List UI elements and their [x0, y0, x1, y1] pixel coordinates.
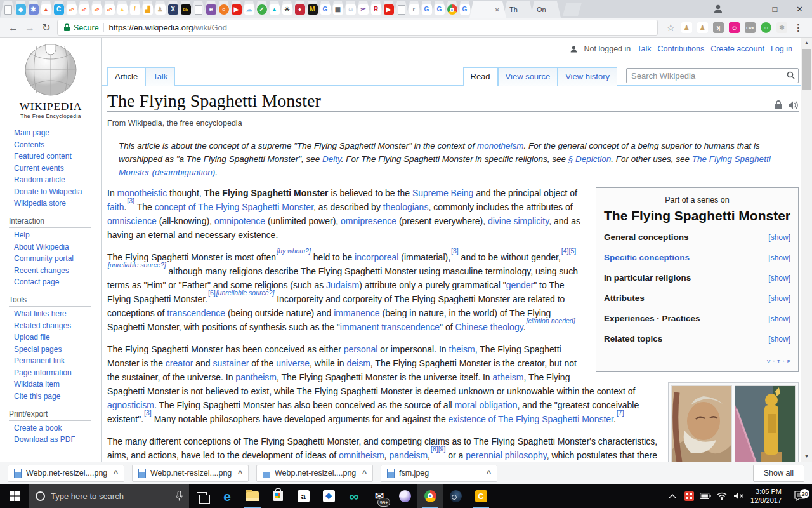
mail-icon[interactable]: ✉99+	[367, 484, 392, 508]
sidebar-item-wikipedia-store[interactable]: Wikipedia store	[14, 199, 102, 208]
sidebar-item-what-links-here[interactable]: What links here	[14, 309, 102, 318]
browser-menu-icon[interactable]: ⋮	[794, 22, 803, 34]
sidebar-item-recent-changes[interactable]: Recent changes	[14, 266, 102, 275]
wiki-link[interactable]: perennial philosophy	[466, 450, 546, 460]
inline-cleanup-tag-link[interactable]: [by whom?]	[277, 247, 311, 255]
edge-icon[interactable]: e	[214, 484, 240, 508]
wiki-link[interactable]: immanent transcendence	[340, 322, 440, 332]
crx-extension-icon[interactable]: CRX	[745, 22, 756, 33]
browser-tab[interactable]: Th	[503, 1, 534, 18]
microphone-icon[interactable]	[176, 491, 183, 501]
back-button[interactable]: ←	[5, 22, 22, 34]
series-section-label[interactable]: Attributes	[604, 291, 645, 305]
cemu-icon[interactable]: C	[468, 484, 494, 508]
show-toggle[interactable]: [show]	[768, 332, 790, 346]
show-toggle[interactable]: [show]	[768, 251, 790, 265]
god-creation-image[interactable]	[671, 385, 732, 462]
reference-link[interactable]: [3]	[127, 197, 134, 204]
sidebar-item-random-article[interactable]: Random article	[14, 175, 102, 184]
forward-button[interactable]: →	[22, 22, 38, 34]
wiki-link[interactable]: atheism	[493, 372, 524, 382]
avatar-extension-icon[interactable]: ☺	[729, 22, 740, 33]
vte-links[interactable]: v · t · e	[604, 354, 790, 368]
inline-cleanup-tag-link[interactable]: [unreliable source?]	[108, 261, 166, 269]
minimize-button[interactable]: —	[738, 0, 763, 18]
tab-article[interactable]: Article	[107, 67, 145, 86]
taskbar-search-box[interactable]: Type here to search	[29, 484, 189, 508]
wiki-link[interactable]: omniscience	[107, 216, 157, 226]
show-toggle[interactable]: [show]	[768, 291, 790, 305]
download-menu-caret[interactable]: ^	[114, 469, 118, 478]
file-explorer-icon[interactable]	[240, 484, 265, 508]
sidebar-item-special-pages[interactable]: Special pages	[14, 345, 102, 354]
wiki-link[interactable]: divine simplicity	[488, 216, 549, 226]
sidebar-item-download-as-pdf[interactable]: Download as PDF	[14, 435, 102, 444]
sidebar-item-contents[interactable]: Contents	[14, 140, 102, 149]
wiki-link[interactable]: Deity	[322, 154, 341, 164]
show-toggle[interactable]: [show]	[768, 271, 790, 285]
wiki-link[interactable]: § Depiction	[568, 154, 612, 164]
wiki-link[interactable]: faith	[107, 202, 124, 212]
wiki-link[interactable]: pantheism	[235, 372, 277, 382]
scroll-down-arrow[interactable]: ▼	[801, 451, 812, 462]
reference-link[interactable]: [4][5]	[561, 247, 576, 255]
sidebar-item-community-portal[interactable]: Community portal	[14, 254, 102, 263]
reload-button[interactable]: ↻	[38, 22, 55, 34]
k-extension-icon[interactable]: ʞ	[713, 22, 724, 33]
scroll-up-arrow[interactable]: ▲	[801, 38, 812, 48]
amazon-icon[interactable]: a	[291, 484, 316, 508]
wiki-link[interactable]: sustainer	[213, 358, 249, 368]
store-icon[interactable]	[265, 484, 291, 508]
personal-link[interactable]: Create account	[710, 44, 764, 53]
personal-link[interactable]: Talk	[637, 44, 651, 53]
sidebar-item-permanent-link[interactable]: Permanent link	[14, 356, 102, 365]
wiki-search-input[interactable]	[626, 68, 799, 83]
wiki-link[interactable]: concept of The Flying Spaghetti Monster	[155, 202, 313, 212]
series-section-label[interactable]: Specific conceptions	[604, 251, 690, 265]
wiki-link[interactable]: transcendence	[167, 308, 225, 318]
battery-icon[interactable]	[697, 493, 714, 499]
gnome-extension-icon[interactable]: ♟	[697, 22, 708, 33]
page-scrollbar[interactable]: ▲ ▼	[801, 38, 812, 462]
wiki-link[interactable]: moral obligation	[455, 400, 518, 410]
wiki-link[interactable]: existence of The Flying Spaghetti Monste…	[449, 414, 613, 424]
address-bar[interactable]: Secure https://en.wikipedia.org /wiki/Go…	[57, 20, 658, 36]
scroll-thumb[interactable]	[802, 49, 811, 90]
wiki-link[interactable]: immanence	[334, 308, 379, 318]
reference-link[interactable]: [3]	[144, 409, 152, 417]
series-section-label[interactable]: Experiences · Practices	[604, 312, 700, 326]
sidebar-item-wikidata-item[interactable]: Wikidata item	[14, 380, 102, 389]
sidebar-item-page-information[interactable]: Page information	[14, 368, 102, 377]
reference-link[interactable]: [8][9]	[431, 445, 445, 453]
maximize-button[interactable]: □	[763, 0, 787, 18]
download-menu-caret[interactable]: ^	[362, 469, 367, 478]
download-item[interactable]: Webp.net-resizei....png^	[8, 465, 124, 482]
download-menu-caret[interactable]: ^	[487, 469, 491, 478]
taskbar-clock[interactable]: 3:05 PM 12/8/2017	[747, 487, 787, 505]
deity-image-collage[interactable]	[668, 382, 799, 462]
sidebar-item-create-a-book[interactable]: Create a book	[14, 424, 102, 432]
wiki-link[interactable]: monotheism	[477, 141, 524, 150]
series-section-label[interactable]: General conceptions	[604, 231, 689, 244]
search-icon[interactable]	[787, 71, 795, 79]
chrome-icon[interactable]	[417, 484, 443, 508]
reference-link[interactable]: [6]	[208, 289, 216, 297]
sidebar-item-contact-page[interactable]: Contact page	[14, 277, 102, 286]
wikipedia-logo[interactable]: WIKIPEDIA The Free Encyclopedia	[0, 43, 102, 119]
wifi-icon[interactable]	[714, 492, 730, 500]
bookmark-star-icon[interactable]: ☆	[667, 22, 675, 34]
wiki-link[interactable]: Judaism	[326, 280, 359, 290]
show-toggle[interactable]: [show]	[768, 312, 790, 326]
personal-link[interactable]: Contributions	[658, 44, 705, 53]
wiki-link[interactable]: theism	[449, 344, 475, 354]
tab-talk[interactable]: Talk	[145, 67, 175, 86]
start-button[interactable]	[0, 484, 29, 508]
task-view-button[interactable]	[189, 484, 214, 508]
tray-red-app-icon[interactable]	[681, 491, 697, 501]
inline-cleanup-tag-link[interactable]: [unreliable source?]	[216, 289, 275, 297]
action-center-button[interactable]: 20	[787, 491, 812, 501]
volume-muted-icon[interactable]	[730, 492, 747, 500]
gnome-extension-icon[interactable]: ♟	[681, 22, 692, 33]
download-item[interactable]: Webp.net-resizei....png^	[256, 465, 373, 482]
wiki-link[interactable]: creator	[166, 358, 193, 368]
